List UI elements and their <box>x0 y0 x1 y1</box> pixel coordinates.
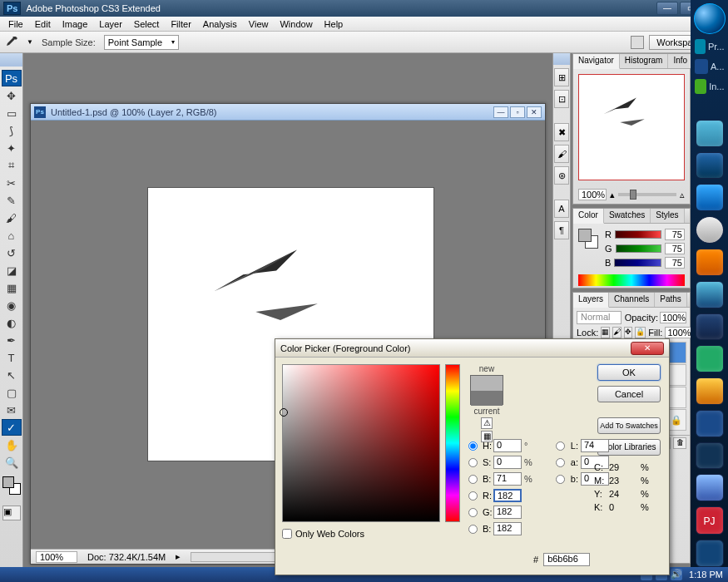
dock-icon[interactable]: ⊛ <box>554 166 569 185</box>
sample-size-select[interactable]: Point Sample ▾ <box>104 35 179 50</box>
menu-filter[interactable]: Filter <box>166 17 196 31</box>
tool-blur[interactable]: ◉ <box>2 297 22 313</box>
foreground-background-swatch[interactable] <box>2 476 21 495</box>
taskbar-item[interactable]: Pr... <box>695 39 725 54</box>
m-input[interactable]: 23 <box>609 476 637 486</box>
g-value[interactable]: 75 <box>665 243 685 254</box>
l-input[interactable]: 74 <box>581 439 609 452</box>
tool-marquee[interactable]: ▭ <box>2 105 22 121</box>
tool-move[interactable]: ✥ <box>2 87 22 104</box>
tool-eraser[interactable]: ◪ <box>2 262 22 279</box>
tool-move[interactable]: Ps <box>2 70 22 86</box>
dock-icon[interactable]: ✖ <box>554 123 569 141</box>
zoom-in-icon[interactable]: ▵ <box>680 190 685 200</box>
color-panel-swatch[interactable] <box>578 229 598 249</box>
tool-shape[interactable]: ▢ <box>2 384 22 401</box>
blend-mode-select[interactable]: Normal <box>577 311 622 324</box>
navigator-zoom-input[interactable]: 100% <box>578 189 607 200</box>
tool-slice[interactable]: ✂ <box>2 175 22 191</box>
desktop-icon[interactable] <box>696 249 724 276</box>
fill-input[interactable]: 100% <box>665 327 691 338</box>
tool-heal[interactable]: ✎ <box>2 192 22 209</box>
c-input[interactable]: 29 <box>609 462 637 472</box>
lock-transparency-icon[interactable]: ▦ <box>601 327 610 338</box>
tool-hand[interactable]: ✋ <box>2 436 22 453</box>
lock-pixels-icon[interactable]: 🖌 <box>612 327 622 338</box>
desktop-icon[interactable] <box>696 410 724 437</box>
dock-icon[interactable]: ⊞ <box>554 68 569 86</box>
document-titlebar[interactable]: Ps Untitled-1.psd @ 100% (Layer 2, RGB/8… <box>31 104 545 121</box>
document-minimize-button[interactable]: — <box>493 106 508 118</box>
desktop-icon[interactable] <box>696 345 724 372</box>
saturation-value-field[interactable] <box>282 364 440 522</box>
volume-icon[interactable]: 🔊 <box>671 569 682 580</box>
tool-pen[interactable]: ✒ <box>2 332 22 348</box>
tool-wand[interactable]: ✦ <box>2 140 22 156</box>
s-radio[interactable] <box>468 458 478 467</box>
tab-swatches[interactable]: Swatches <box>604 209 651 223</box>
r-slider[interactable] <box>615 230 661 239</box>
tool-eyedropper[interactable]: ✓ <box>2 419 22 436</box>
delete-layer-button[interactable]: 🗑 <box>673 437 686 449</box>
a-radio[interactable] <box>556 458 565 467</box>
hex-input[interactable]: b6b6b6 <box>543 553 590 566</box>
zoom-out-icon[interactable]: ▴ <box>610 190 615 200</box>
tool-brush[interactable]: 🖌 <box>2 210 22 226</box>
tool-zoom[interactable]: 🔍 <box>2 454 22 471</box>
menu-help[interactable]: Help <box>319 17 349 31</box>
chevron-right-icon[interactable]: ▸ <box>176 551 181 562</box>
menu-edit[interactable]: Edit <box>30 17 56 31</box>
desktop-icon[interactable] <box>696 377 724 405</box>
only-web-colors-checkbox[interactable] <box>282 529 292 539</box>
menu-analysis[interactable]: Analysis <box>198 17 242 31</box>
navigator-zoom-slider[interactable] <box>618 193 676 196</box>
new-current-swatch[interactable] <box>470 375 503 405</box>
sv-cursor[interactable] <box>280 408 288 417</box>
b-radio[interactable] <box>556 475 565 484</box>
navigator-preview[interactable] <box>578 74 685 180</box>
menu-file[interactable]: File <box>3 17 28 31</box>
y-input[interactable]: 24 <box>609 489 637 499</box>
lock-all-icon[interactable]: 🔒 <box>635 327 646 338</box>
desktop-icon[interactable] <box>696 152 724 180</box>
r-input[interactable]: 182 <box>493 489 522 502</box>
gamut-warning-icon[interactable]: ⚠ <box>481 417 493 429</box>
foreground-color-swatch[interactable] <box>2 476 14 488</box>
add-to-swatches-button[interactable]: Add To Swatches <box>597 417 661 434</box>
ok-button[interactable]: OK <box>597 364 661 381</box>
b-value[interactable]: 75 <box>665 257 685 269</box>
desktop-icon[interactable] <box>696 313 724 341</box>
tab-layers[interactable]: Layers <box>573 293 609 308</box>
tool-gradient[interactable]: ▦ <box>2 279 22 296</box>
bridge-icon[interactable] <box>631 36 644 49</box>
dock-icon[interactable]: ⊡ <box>554 90 569 108</box>
tab-navigator[interactable]: Navigator <box>573 54 620 69</box>
menu-window[interactable]: Window <box>275 17 317 31</box>
h-input[interactable]: 0 <box>493 439 522 452</box>
tab-histogram[interactable]: Histogram <box>620 54 669 68</box>
tool-stamp[interactable]: ⌂ <box>2 227 22 244</box>
r-value[interactable]: 75 <box>665 229 685 240</box>
opacity-input[interactable]: 100% <box>660 312 686 323</box>
spectrum-bar[interactable] <box>578 274 685 286</box>
tool-history-brush[interactable]: ↺ <box>2 244 22 261</box>
b-slider[interactable] <box>614 259 661 267</box>
menu-select[interactable]: Select <box>129 17 165 31</box>
dock-character-icon[interactable]: A <box>554 200 569 218</box>
start-button[interactable] <box>694 3 726 34</box>
taskbar-item[interactable]: A... <box>695 59 725 74</box>
menu-view[interactable]: View <box>244 17 274 31</box>
dock-icon[interactable]: 🖌 <box>554 145 569 163</box>
tab-channels[interactable]: Channels <box>609 293 655 307</box>
hue-slider[interactable] <box>445 364 460 522</box>
tab-paths[interactable]: Paths <box>655 293 687 307</box>
tool-notes[interactable]: ✉ <box>2 402 22 418</box>
menu-layer[interactable]: Layer <box>94 17 127 31</box>
desktop-icon[interactable] <box>696 281 724 308</box>
quick-mask-button[interactable]: ▣ <box>2 506 21 520</box>
k-input[interactable]: 0 <box>609 502 637 512</box>
desktop-icon[interactable] <box>696 442 724 470</box>
s-input[interactable]: 0 <box>493 456 522 469</box>
tool-dodge[interactable]: ◐ <box>2 314 22 331</box>
zoom-input[interactable]: 100% <box>36 551 77 563</box>
